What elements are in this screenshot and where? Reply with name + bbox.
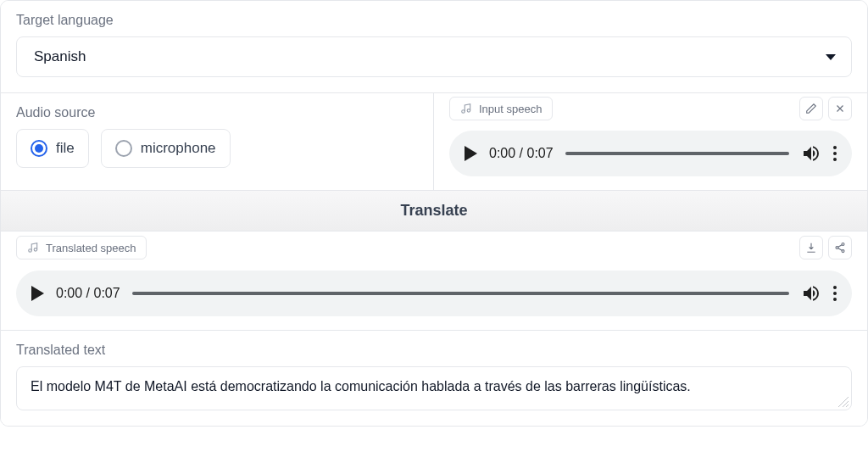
app-root: Target language Spanish Audio source fil…	[0, 0, 868, 427]
svg-point-1	[467, 109, 470, 113]
download-icon	[805, 242, 817, 254]
volume-icon[interactable]	[801, 283, 821, 304]
translated-speech-tag: Translated speech	[16, 236, 147, 259]
svg-point-3	[34, 248, 37, 252]
download-translated-speech-button[interactable]	[799, 236, 823, 259]
target-language-label: Target language	[16, 13, 852, 28]
input-audio-time: 0:00 / 0:07	[489, 146, 554, 161]
audio-source-section: Audio source file microphone	[1, 93, 434, 190]
translated-text-label: Translated text	[16, 343, 852, 358]
input-audio-player: 0:00 / 0:07	[449, 131, 852, 176]
target-language-section: Target language Spanish	[1, 1, 867, 93]
close-icon	[834, 103, 846, 114]
translated-speech-label: Translated speech	[46, 242, 136, 254]
clear-input-speech-button[interactable]	[828, 97, 852, 120]
translated-text-output[interactable]: El modelo M4T de MetaAI está democratiza…	[16, 366, 852, 410]
translated-text-section: Translated text El modelo M4T de MetaAI …	[1, 331, 867, 426]
share-translated-speech-button[interactable]	[828, 236, 852, 259]
radio-file[interactable]: file	[16, 129, 89, 168]
chevron-down-icon	[826, 54, 836, 60]
translated-text-value: El modelo M4T de MetaAI está democratiza…	[31, 379, 691, 393]
svg-point-2	[29, 249, 32, 253]
resize-handle-icon	[838, 397, 849, 407]
play-button[interactable]	[465, 146, 477, 161]
pencil-icon	[805, 103, 817, 114]
play-button[interactable]	[31, 286, 44, 301]
svg-point-0	[462, 110, 465, 114]
volume-icon[interactable]	[801, 143, 821, 164]
svg-point-6	[842, 250, 844, 253]
target-language-value: Spanish	[34, 48, 86, 65]
radio-icon-checked	[31, 140, 47, 157]
share-icon	[834, 242, 846, 254]
translated-audio-time: 0:00 / 0:07	[56, 286, 120, 301]
radio-file-label: file	[56, 140, 75, 157]
radio-microphone-label: microphone	[141, 140, 216, 157]
music-icon	[460, 103, 472, 114]
svg-point-4	[842, 243, 844, 245]
input-row: Audio source file microphone Input s	[1, 93, 867, 191]
input-audio-track[interactable]	[565, 152, 789, 155]
translate-button[interactable]: Translate	[1, 191, 867, 232]
input-speech-tag: Input speech	[449, 97, 553, 120]
svg-point-5	[836, 247, 838, 249]
audio-source-label: Audio source	[16, 105, 418, 120]
radio-icon-unchecked	[115, 140, 132, 157]
translated-speech-section: Translated speech 0:00 / 0:	[1, 232, 867, 331]
input-audio-menu[interactable]	[833, 146, 837, 161]
input-speech-label: Input speech	[479, 103, 542, 115]
audio-source-radio-group: file microphone	[16, 129, 418, 168]
input-speech-section: Input speech	[434, 93, 867, 190]
edit-input-speech-button[interactable]	[799, 97, 823, 120]
translated-audio-player: 0:00 / 0:07	[16, 271, 852, 316]
target-language-select[interactable]: Spanish	[16, 36, 852, 77]
music-icon	[27, 242, 39, 254]
translated-audio-menu[interactable]	[833, 286, 837, 301]
radio-microphone[interactable]: microphone	[101, 129, 231, 168]
translated-audio-track[interactable]	[132, 292, 789, 295]
